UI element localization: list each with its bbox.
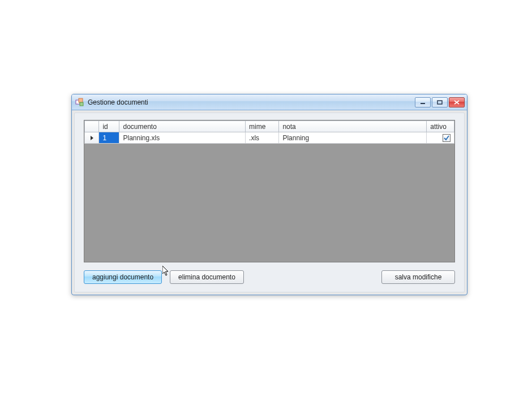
add-document-button[interactable]: aggiungi documento [84,270,162,284]
svg-rect-4 [437,101,442,104]
cell-attivo[interactable] [427,132,454,144]
svg-rect-3 [421,103,425,104]
window-controls [415,97,465,107]
minimize-button[interactable] [415,97,431,107]
save-changes-button[interactable]: salva modifiche [381,270,455,284]
grid-header-row: id documento mime nota attivo [85,121,454,132]
svg-rect-2 [80,102,83,106]
table-row[interactable]: 1 Planning.xls .xls Planning [85,132,454,144]
close-button[interactable] [449,97,465,107]
cell-mime[interactable]: .xls [246,132,279,144]
cell-documento[interactable]: Planning.xls [119,132,246,144]
svg-rect-1 [79,98,83,102]
column-header-attivo[interactable]: attivo [427,121,454,132]
maximize-button[interactable] [432,97,448,107]
attivo-checkbox[interactable] [443,134,451,142]
column-header-nota[interactable]: nota [279,121,427,132]
client-area: id documento mime nota attivo 1 Planning… [74,113,465,292]
delete-document-button[interactable]: elimina documento [170,270,244,284]
app-icon [75,98,84,107]
window-title: Gestione documenti [88,98,415,106]
column-header-id[interactable]: id [99,121,119,132]
documents-grid[interactable]: id documento mime nota attivo 1 Planning… [84,120,455,262]
cell-nota[interactable]: Planning [279,132,427,144]
grid-corner-header[interactable] [85,121,99,132]
column-header-mime[interactable]: mime [246,121,279,132]
cell-id[interactable]: 1 [99,132,119,144]
current-row-icon [91,136,93,140]
app-window: Gestione documenti id documento m [71,94,467,295]
column-header-documento[interactable]: documento [119,121,246,132]
titlebar[interactable]: Gestione documenti [72,94,467,110]
button-row: aggiungi documento elimina documento sal… [84,270,455,284]
row-indicator[interactable] [85,132,99,144]
